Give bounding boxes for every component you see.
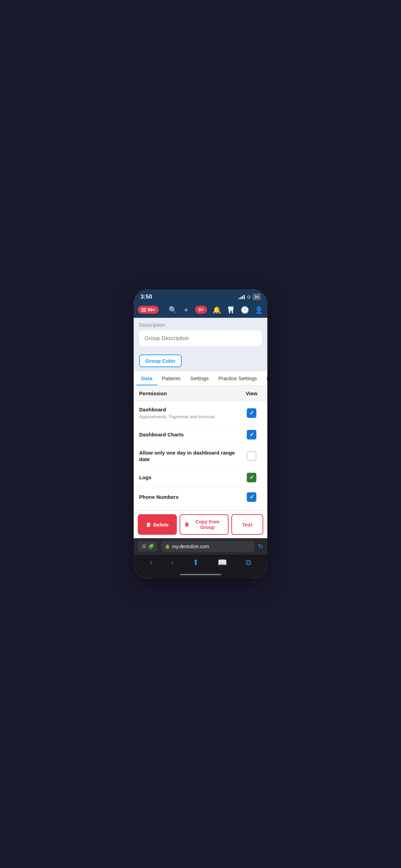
table-row: Dashboard Appointments, Payments and Inv… bbox=[134, 401, 267, 425]
url-text: my.dentolize.com bbox=[172, 544, 209, 549]
status-bar: 3:50 ⊙ 24 bbox=[134, 289, 267, 303]
notification-badge-button[interactable]: 9+ bbox=[195, 306, 207, 314]
row-label-dashboard: Dashboard Appointments, Payments and Inv… bbox=[139, 406, 241, 420]
person-icon[interactable]: 👤 bbox=[255, 306, 263, 314]
tabs-container: Data Patients Settings Practice Settings… bbox=[134, 371, 267, 386]
nav-bar: ‹ › ⬆ 📖 ⧉ bbox=[134, 555, 267, 572]
test-label: Test bbox=[242, 522, 252, 528]
content-area: Description Group Color Data Patients Se… bbox=[134, 318, 267, 510]
description-label: Description bbox=[139, 322, 262, 328]
clock-icon[interactable]: 🕐 bbox=[241, 306, 249, 314]
browser-bar: 🖥 🧩 🔒 my.dentolize.com ↻ bbox=[134, 538, 267, 555]
share-button[interactable]: ⬆ bbox=[193, 558, 199, 567]
browser-url-bar[interactable]: 🔒 my.dentolize.com bbox=[161, 541, 255, 552]
row-label-allow-one-day: Allow only one day in dashboard range da… bbox=[139, 449, 241, 463]
checkmark-icon: ✓ bbox=[250, 494, 254, 500]
refresh-icon[interactable]: ↻ bbox=[258, 543, 263, 550]
hamburger-icon bbox=[141, 308, 146, 312]
header-nav: 99+ 🔍 ＋ 9+ 🔔 🦷 🕐 👤 bbox=[134, 303, 267, 318]
tabs-button[interactable]: ⧉ bbox=[246, 558, 251, 567]
checkbox-checked-dashboard-charts[interactable]: ✓ bbox=[247, 430, 256, 439]
tab-inventory[interactable]: Inventory bbox=[262, 371, 267, 385]
status-time: 3:50 bbox=[141, 293, 152, 300]
tab-practice-settings[interactable]: Practice Settings bbox=[214, 371, 262, 385]
badge-count-1: 99+ bbox=[148, 307, 155, 312]
checkbox-checked-logs[interactable]: ✓ bbox=[247, 473, 256, 482]
table-row: Allow only one day in dashboard range da… bbox=[134, 445, 267, 468]
row-title-phone-numbers: Phone Numbers bbox=[139, 494, 241, 501]
home-indicator bbox=[134, 572, 267, 579]
row-label-dashboard-charts: Dashboard Charts bbox=[139, 431, 241, 438]
row-title-logs: Logs bbox=[139, 474, 241, 481]
monitor-icon: 🖥 bbox=[141, 543, 147, 550]
bookmarks-button[interactable]: 📖 bbox=[218, 558, 227, 567]
checkbox-checked-dashboard[interactable]: ✓ bbox=[247, 408, 256, 418]
checkmark-icon: ✓ bbox=[250, 410, 254, 416]
bell-icon[interactable]: 🔔 bbox=[212, 306, 221, 314]
row-checkbox-phone-numbers[interactable]: ✓ bbox=[241, 492, 262, 502]
tooth-icon[interactable]: 🦷 bbox=[227, 306, 235, 314]
table-row: Logs ✓ bbox=[134, 468, 267, 487]
test-button[interactable]: Test bbox=[231, 514, 263, 535]
checkmark-icon: ✓ bbox=[250, 475, 254, 480]
table-header: Permission View bbox=[134, 386, 267, 401]
row-title-allow-one-day: Allow only one day in dashboard range da… bbox=[139, 449, 241, 463]
lock-icon: 🔒 bbox=[165, 544, 170, 549]
row-title-dashboard-charts: Dashboard Charts bbox=[139, 431, 241, 438]
tab-settings[interactable]: Settings bbox=[185, 371, 214, 385]
home-indicator-bar bbox=[180, 574, 221, 575]
search-icon[interactable]: 🔍 bbox=[169, 306, 177, 314]
row-checkbox-dashboard-charts[interactable]: ✓ bbox=[241, 430, 262, 439]
badge-count-2: 9+ bbox=[198, 307, 204, 312]
tab-data[interactable]: Data bbox=[136, 371, 157, 385]
menu-badge-button[interactable]: 99+ bbox=[138, 306, 159, 314]
copy-label: Copy from Group bbox=[191, 519, 224, 530]
group-color-section: Group Color bbox=[134, 352, 267, 371]
group-color-badge[interactable]: Group Color bbox=[139, 354, 182, 367]
row-checkbox-logs[interactable]: ✓ bbox=[241, 473, 262, 482]
status-icons: ⊙ 24 bbox=[239, 294, 260, 300]
signal-icon bbox=[239, 294, 245, 299]
checkbox-unchecked-allow-one-day[interactable] bbox=[247, 451, 256, 461]
column-permission: Permission bbox=[139, 390, 241, 396]
delete-button[interactable]: 🗑 Delete bbox=[138, 514, 177, 535]
copy-icon: 🗑 bbox=[184, 522, 189, 527]
bottom-action-bar: 🗑 Delete 🗑 Copy from Group Test bbox=[134, 510, 267, 538]
row-title-dashboard: Dashboard bbox=[139, 406, 241, 413]
table-row: Phone Numbers ✓ bbox=[134, 487, 267, 507]
checkmark-icon: ✓ bbox=[250, 432, 254, 437]
delete-label: Delete bbox=[153, 522, 169, 528]
row-label-phone-numbers: Phone Numbers bbox=[139, 494, 241, 501]
delete-icon: 🗑 bbox=[146, 522, 151, 528]
permissions-table: Permission View Dashboard Appointments, … bbox=[134, 386, 267, 510]
row-checkbox-dashboard[interactable]: ✓ bbox=[241, 408, 262, 418]
description-input[interactable] bbox=[139, 330, 262, 346]
add-icon[interactable]: ＋ bbox=[183, 305, 190, 314]
tab-patients[interactable]: Patients bbox=[157, 371, 185, 385]
description-section: Description bbox=[134, 318, 267, 352]
browser-tab-button[interactable]: 🖥 🧩 bbox=[138, 541, 157, 552]
wifi-icon: ⊙ bbox=[247, 294, 251, 300]
table-row: Dashboard Charts ✓ bbox=[134, 425, 267, 445]
copy-from-group-button[interactable]: 🗑 Copy from Group bbox=[180, 514, 229, 535]
row-label-logs: Logs bbox=[139, 474, 241, 481]
column-view: View bbox=[241, 390, 262, 396]
battery-indicator: 24 bbox=[253, 294, 260, 300]
back-button[interactable]: ‹ bbox=[150, 558, 152, 567]
row-subtitle-dashboard: Appointments, Payments and Invoices bbox=[139, 414, 241, 420]
puzzle-icon: 🧩 bbox=[148, 544, 154, 549]
nav-icons: 🔍 ＋ 9+ 🔔 🦷 🕐 👤 bbox=[169, 305, 263, 314]
forward-button[interactable]: › bbox=[171, 558, 174, 567]
checkbox-checked-phone-numbers[interactable]: ✓ bbox=[247, 492, 256, 502]
row-checkbox-allow-one-day[interactable] bbox=[241, 451, 262, 461]
